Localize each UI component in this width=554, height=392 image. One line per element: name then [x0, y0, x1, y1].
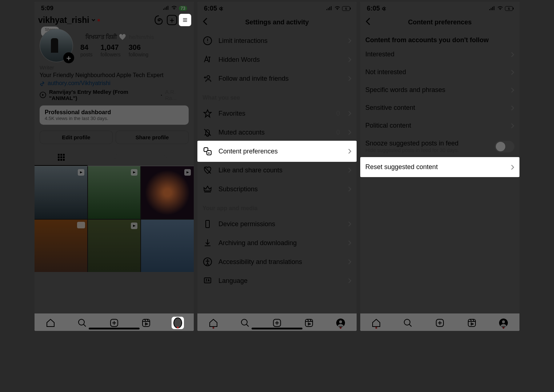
following-count: 306: [129, 43, 148, 52]
setting-label: Language: [218, 277, 342, 285]
home-tab[interactable]: [208, 318, 218, 328]
status-bar: 5:09 73: [35, 2, 194, 13]
profile-music[interactable]: Ranvijay's Entry Medley (From "ANIMAL") …: [35, 87, 194, 103]
warning-icon: [202, 36, 213, 46]
post-thumbnail[interactable]: [88, 166, 141, 219]
chevron-right-icon: [348, 111, 352, 116]
post-thumbnail[interactable]: [88, 220, 141, 272]
signal-icon: [163, 5, 169, 12]
status-right: 73: [163, 5, 187, 12]
username-dropdown[interactable]: vikhyat_rishi: [38, 15, 100, 25]
post-thumbnail[interactable]: [141, 220, 194, 272]
sensitive-content-row[interactable]: Sensitive content: [360, 99, 519, 117]
link-icon: [40, 80, 45, 86]
hidden-words-row[interactable]: Hidden Words: [197, 50, 357, 69]
search-tab[interactable]: [403, 318, 413, 328]
home-tab[interactable]: [45, 318, 56, 328]
setting-label: Subscriptions: [218, 185, 342, 193]
star-icon: [202, 108, 213, 119]
device-permissions-row[interactable]: Device permissions: [197, 215, 357, 233]
create-button[interactable]: ＋: [167, 15, 177, 25]
username-text: vikhyat_rishi: [38, 15, 89, 25]
professional-dashboard[interactable]: Professional dashboard 4.5K views in the…: [40, 105, 189, 125]
posts-stat[interactable]: 84 posts: [80, 43, 92, 57]
create-tab[interactable]: [435, 318, 445, 328]
interested-row[interactable]: Interested: [360, 45, 519, 63]
settings-list: Limit interactions Hidden Words Follow a…: [197, 31, 357, 290]
wifi-icon: [497, 5, 503, 12]
not-interested-row[interactable]: Not interested: [360, 63, 519, 81]
content-preferences-row[interactable]: Content preferences: [197, 142, 357, 161]
favorites-count: 0: [336, 110, 340, 117]
subscriptions-row[interactable]: Subscriptions: [197, 180, 357, 199]
status-right: 5: [326, 5, 350, 12]
setting-label: Accessibility and translations: [218, 258, 342, 266]
edit-profile-button[interactable]: Edit profile: [40, 131, 113, 144]
content-group-title: Content from accounts you don't follow: [360, 31, 519, 45]
muted-accounts-row[interactable]: Muted accounts 0: [197, 123, 357, 142]
svg-point-3: [166, 156, 168, 159]
snooze-toggle[interactable]: [495, 141, 514, 152]
snooze-row[interactable]: Snooze suggested posts in feed Hide sugg…: [360, 135, 519, 158]
profile-tab[interactable]: [173, 318, 183, 328]
home-indicator: [252, 328, 302, 329]
back-button[interactable]: [202, 17, 213, 27]
reels-tab[interactable]: [88, 149, 141, 166]
threads-icon[interactable]: [154, 15, 164, 25]
search-tab[interactable]: [77, 318, 87, 328]
post-thumbnail[interactable]: [35, 166, 87, 219]
chevron-right-icon: [348, 167, 352, 173]
status-bar: 6:05 5: [197, 2, 357, 13]
avatar-area[interactable]: Share a note ＋: [40, 29, 73, 62]
pref-label: Not interested: [365, 68, 511, 76]
bell-off-icon: [202, 127, 213, 137]
posts-tab[interactable]: [35, 149, 88, 166]
post-thumbnail[interactable]: [35, 220, 87, 272]
reset-suggested-content-row[interactable]: Reset suggested content: [360, 158, 519, 176]
create-tab[interactable]: [109, 318, 119, 328]
favorites-row[interactable]: Favorites 0: [197, 104, 357, 123]
pronouns: he/him/his: [129, 34, 154, 40]
page-title: Content preferences: [408, 19, 471, 26]
person-add-icon: [202, 73, 213, 84]
snooze-subtitle: Hide suggested posts in feed for 30 days…: [365, 147, 495, 153]
setting-label: Follow and invite friends: [218, 75, 342, 83]
play-icon: [40, 92, 46, 98]
profile-tab[interactable]: [336, 318, 346, 328]
follow-invite-row[interactable]: Follow and invite friends: [197, 69, 357, 88]
create-tab[interactable]: [272, 318, 282, 328]
reels-nav-tab[interactable]: [467, 318, 477, 328]
followers-label: followers: [100, 52, 120, 57]
political-content-row[interactable]: Political content: [360, 117, 519, 135]
back-button[interactable]: [365, 17, 376, 27]
search-tab[interactable]: [240, 318, 250, 328]
reel-badge-icon: [130, 222, 138, 230]
accessibility-row[interactable]: Accessibility and translations: [197, 252, 357, 271]
like-share-counts-row[interactable]: Like and share counts: [197, 161, 357, 180]
post-thumbnail[interactable]: [141, 166, 194, 219]
heart-off-icon: [202, 165, 213, 175]
language-row[interactable]: Language: [197, 271, 357, 290]
tagged-icon: [163, 153, 172, 161]
tagged-tab[interactable]: [141, 149, 194, 166]
chevron-right-icon: [348, 38, 352, 44]
share-profile-button[interactable]: Share profile: [116, 131, 189, 144]
profile-tab[interactable]: [498, 318, 509, 328]
archiving-row[interactable]: Archiving and downloading: [197, 233, 357, 252]
hamburger-menu-button[interactable]: [180, 15, 190, 25]
reels-nav-tab[interactable]: [141, 318, 151, 328]
home-indicator: [89, 328, 140, 329]
svg-point-24: [404, 319, 410, 325]
profile-link[interactable]: authory.com/Vikhyatrishi: [35, 79, 194, 87]
category-label: Writer: [35, 64, 194, 71]
reels-nav-tab[interactable]: [304, 318, 314, 328]
specific-words-row[interactable]: Specific words and phrases: [360, 81, 519, 99]
followers-stat[interactable]: 1,047 followers: [100, 43, 120, 57]
chevron-right-icon: [348, 129, 352, 135]
limit-interactions-row[interactable]: Limit interactions: [197, 31, 357, 50]
clock: 5:09: [41, 5, 53, 12]
snooze-title: Snooze suggested posts in feed: [365, 140, 495, 147]
home-tab[interactable]: [371, 318, 381, 328]
following-stat[interactable]: 306 following: [129, 43, 148, 57]
add-story-button[interactable]: ＋: [63, 52, 74, 63]
